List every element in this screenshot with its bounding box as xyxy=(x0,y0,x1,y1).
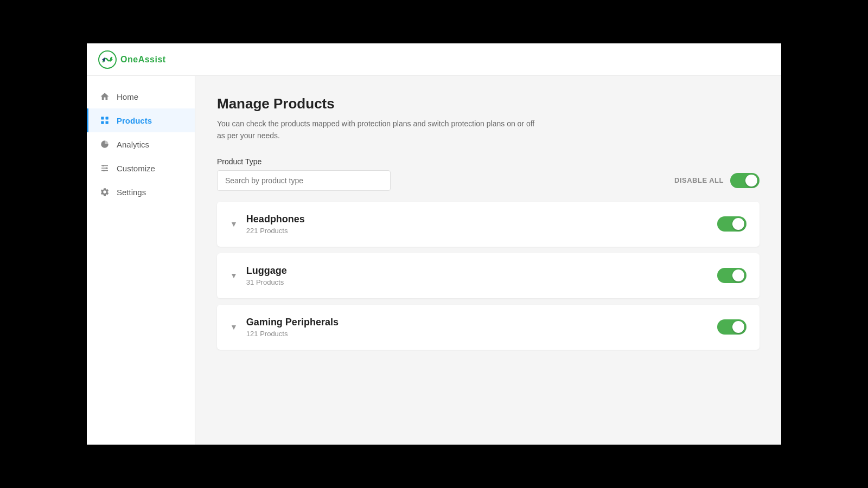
sidebar-item-home[interactable]: Home xyxy=(87,85,195,108)
toggle-slider-luggage xyxy=(717,268,746,283)
product-count-luggage: 31 Products xyxy=(246,278,287,286)
product-name-gaming-peripherals: Gaming Peripherals xyxy=(246,317,339,328)
sidebar-analytics-label: Analytics xyxy=(117,140,149,149)
product-count-gaming-peripherals: 121 Products xyxy=(246,330,339,338)
svg-point-8 xyxy=(103,165,104,166)
disable-all-label: DISABLE ALL xyxy=(674,176,724,184)
sidebar-customize-label: Customize xyxy=(117,164,155,173)
sidebar-products-label: Products xyxy=(117,116,152,125)
header: OneAssist xyxy=(87,43,781,76)
product-card-left-gaming-peripherals: ▼ Gaming Peripherals 121 Products xyxy=(230,317,339,338)
toggle-slider-gaming-peripherals xyxy=(717,319,746,335)
home-icon xyxy=(99,91,110,102)
logo-area: OneAssist xyxy=(98,50,166,69)
sidebar-settings-label: Settings xyxy=(117,188,146,197)
product-list: ▼ Headphones 221 Products ▼ xyxy=(217,202,760,350)
grid-icon xyxy=(99,115,110,126)
product-card-left-headphones: ▼ Headphones 221 Products xyxy=(230,214,305,235)
svg-rect-2 xyxy=(106,117,108,119)
search-input[interactable] xyxy=(217,170,391,191)
chevron-down-icon-headphones[interactable]: ▼ xyxy=(230,220,238,228)
svg-rect-4 xyxy=(106,121,108,124)
product-info-headphones: Headphones 221 Products xyxy=(246,214,305,235)
filter-row: DISABLE ALL xyxy=(217,170,760,191)
app-window: OneAssist Home Products xyxy=(87,43,781,445)
disable-all-toggle[interactable] xyxy=(730,173,760,188)
sidebar-item-settings[interactable]: Settings xyxy=(87,180,195,204)
disable-all-row: DISABLE ALL xyxy=(674,173,760,188)
toggle-slider-disable-all xyxy=(730,173,760,188)
product-name-headphones: Headphones xyxy=(246,214,305,225)
product-card-luggage: ▼ Luggage 31 Products xyxy=(217,253,760,298)
logo-brand-text: OneAssist xyxy=(120,55,166,65)
filter-label: Product Type xyxy=(217,157,760,166)
product-card-left-luggage: ▼ Luggage 31 Products xyxy=(230,265,287,286)
sidebar-item-products[interactable]: Products xyxy=(87,108,195,132)
chevron-down-icon-luggage[interactable]: ▼ xyxy=(230,271,238,280)
product-info-luggage: Luggage 31 Products xyxy=(246,265,287,286)
svg-rect-1 xyxy=(101,117,104,119)
logo-icon xyxy=(98,50,117,69)
product-count-headphones: 221 Products xyxy=(246,227,305,235)
toggle-headphones[interactable] xyxy=(717,216,746,232)
page-description: You can check the products mapped with p… xyxy=(217,118,542,142)
product-card-gaming-peripherals: ▼ Gaming Peripherals 121 Products xyxy=(217,305,760,350)
sidebar-item-analytics[interactable]: Analytics xyxy=(87,132,195,156)
product-card-headphones: ▼ Headphones 221 Products xyxy=(217,202,760,247)
filter-section: Product Type DISABLE ALL xyxy=(217,157,760,191)
sidebar-item-customize[interactable]: Customize xyxy=(87,156,195,180)
toggle-luggage[interactable] xyxy=(717,268,746,283)
product-info-gaming-peripherals: Gaming Peripherals 121 Products xyxy=(246,317,339,338)
svg-rect-3 xyxy=(101,121,104,124)
svg-point-10 xyxy=(103,170,105,171)
pie-icon xyxy=(99,139,110,150)
sliders-icon xyxy=(99,163,110,174)
main-layout: Home Products Analytics Cu xyxy=(87,76,781,445)
product-name-luggage: Luggage xyxy=(246,265,287,277)
main-content: Manage Products You can check the produc… xyxy=(195,76,781,445)
toggle-gaming-peripherals[interactable] xyxy=(717,319,746,335)
svg-point-9 xyxy=(106,168,107,169)
gear-icon xyxy=(99,187,110,197)
toggle-slider-headphones xyxy=(717,216,746,232)
sidebar: Home Products Analytics Cu xyxy=(87,76,195,445)
page-title: Manage Products xyxy=(217,95,760,112)
sidebar-home-label: Home xyxy=(117,92,138,101)
chevron-down-icon-gaming-peripherals[interactable]: ▼ xyxy=(230,323,238,331)
